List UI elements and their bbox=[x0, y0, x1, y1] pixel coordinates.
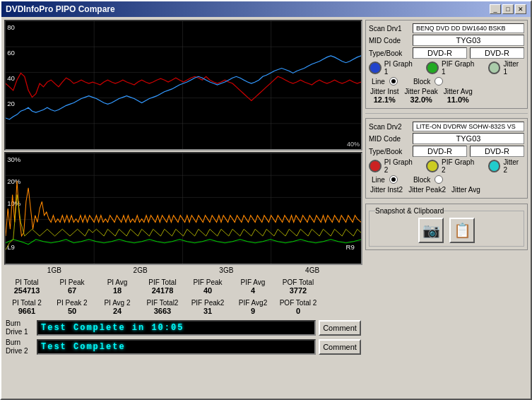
x-label-3gb: 3GB bbox=[219, 266, 233, 274]
svg-text:20%: 20% bbox=[7, 178, 20, 185]
minimize-button[interactable]: _ bbox=[490, 4, 501, 14]
pif-peak2-label: PIF Peak2 bbox=[191, 299, 225, 307]
pif-avg2-stat: PIF Avg2 9 bbox=[232, 299, 274, 315]
scan1-jitter-peak-label: Jitter Peak bbox=[405, 88, 438, 95]
burn-label-1: Burn Drive 1 bbox=[6, 319, 34, 336]
pi-total-label: PI Total bbox=[15, 278, 38, 286]
scan1-jitter-avg: Jitter Avg 11.0% bbox=[444, 88, 473, 104]
svg-text:40: 40 bbox=[7, 76, 15, 83]
scan2-midcode-row: MID Code TYG03 bbox=[369, 133, 524, 144]
pif-avg-stat: PIF Avg 4 bbox=[232, 278, 274, 295]
scan2-jitter-row: Jitter Inst2 Jitter Peak2 Jitter Avg bbox=[369, 186, 524, 194]
snapshot-section: Snapshot & Clipboard 📷 📋 bbox=[365, 204, 528, 250]
scan1-type2: DVD-R bbox=[470, 47, 524, 59]
right-panel: Scan Drv1 BENQ DVD DD DW1640 BSKB MID Co… bbox=[365, 20, 528, 399]
comment-button-1[interactable]: Comment bbox=[319, 320, 361, 336]
pi-graph2-circle bbox=[369, 160, 382, 172]
svg-text:30%: 30% bbox=[7, 156, 20, 163]
top-chart-svg: 80 60 40 20 bbox=[6, 21, 361, 149]
scan1-label: Scan Drv1 bbox=[369, 25, 410, 33]
scan1-graph-row: PI Graph 1 PIF Graph 1 Jitter 1 bbox=[369, 60, 524, 76]
scan1-jitter-inst: Jitter Inst 12.1% bbox=[370, 88, 399, 104]
scan2-block-radio[interactable] bbox=[435, 175, 443, 184]
pi-total2-stat: PI Total 2 9661 bbox=[6, 299, 48, 315]
pof-total-value: 3772 bbox=[290, 286, 307, 295]
scan1-jitter-inst-value: 12.1% bbox=[374, 95, 396, 104]
scan2-midcode-label: MID Code bbox=[369, 135, 410, 143]
burn-row-2: Burn Drive 2 Test Complete Comment bbox=[6, 339, 361, 355]
title-bar: DVDInfoPro PIPO Compare _ □ ✕ bbox=[1, 1, 531, 17]
pi-total2-label: PI Total 2 bbox=[12, 299, 42, 307]
scan2-jitter-avg: Jitter Avg bbox=[451, 186, 480, 194]
pi-peak-value: 67 bbox=[68, 286, 76, 295]
pif-peak-value: 40 bbox=[203, 286, 212, 295]
svg-text:20: 20 bbox=[7, 101, 15, 108]
jitter1-label: Jitter 1 bbox=[503, 60, 524, 76]
burn-display-1: Test Complete in 10:05 bbox=[37, 320, 316, 336]
pi-peak-stat: PI Peak 67 bbox=[51, 278, 93, 295]
bottom-chart-svg: 30% 20% 10% L9 R9 bbox=[6, 153, 361, 264]
comment-button-2[interactable]: Comment bbox=[319, 339, 361, 355]
pif-total-stat: PIF Total 24178 bbox=[141, 278, 184, 295]
pif-peak2-value: 31 bbox=[203, 307, 212, 315]
top-chart-y-label: 40% bbox=[347, 141, 360, 148]
pi-avg-label: PI Avg bbox=[107, 278, 128, 286]
pi-graph1-label: PI Graph 1 bbox=[384, 60, 418, 76]
pif-peak2-stat: PIF Peak2 31 bbox=[187, 299, 229, 315]
scan1-line-radio[interactable] bbox=[389, 77, 398, 86]
pif-total2-stat: PIF Total2 3663 bbox=[141, 299, 184, 315]
camera-button[interactable]: 📷 bbox=[418, 218, 444, 243]
scan2-drive: LITE-ON DVDRW SOHW-832S VS bbox=[413, 122, 524, 131]
scan1-jitter-inst-label: Jitter Inst bbox=[370, 88, 399, 95]
scan2-type1: DVD-R bbox=[413, 146, 467, 157]
scan1-drive: BENQ DVD DD DW1640 BSKB bbox=[413, 23, 524, 33]
pi-graph2-label: PI Graph 2 bbox=[384, 158, 418, 174]
pi-avg2-value: 24 bbox=[113, 307, 122, 315]
x-label-4gb: 4GB bbox=[305, 266, 319, 274]
camera-icon: 📷 bbox=[422, 222, 440, 239]
jitter2-circle bbox=[488, 160, 501, 172]
main-window: DVDInfoPro PIPO Compare _ □ ✕ bbox=[0, 0, 532, 400]
scan2-graph-row: PI Graph 2 PIF Graph 2 Jitter 2 bbox=[369, 158, 524, 174]
scan2-typebook-row: Type/Book DVD-R DVD-R bbox=[369, 146, 524, 157]
jitter2-label: Jitter 2 bbox=[503, 158, 524, 174]
pi-avg2-stat: PI Avg 2 24 bbox=[96, 299, 138, 315]
stats-row-2: PI Total 2 9661 PI Peak 2 50 PI Avg 2 24… bbox=[4, 298, 362, 317]
scan1-jitter-row: Jitter Inst 12.1% Jitter Peak 32.0% Jitt… bbox=[369, 88, 524, 104]
scan1-jitter-avg-value: 11.0% bbox=[447, 95, 469, 104]
left-panel: 80 60 40 20 40% bbox=[4, 20, 362, 399]
pof-total2-label: POF Total 2 bbox=[280, 299, 317, 307]
scan1-midcode-row: MID Code TYG03 bbox=[369, 35, 524, 46]
pif-peak-stat: PIF Peak 40 bbox=[187, 278, 229, 295]
close-button[interactable]: ✕ bbox=[515, 4, 526, 14]
clipboard-button[interactable]: 📋 bbox=[449, 218, 475, 243]
burn-section: Burn Drive 1 Test Complete in 10:05 Comm… bbox=[4, 318, 362, 357]
pif-total-value: 24178 bbox=[152, 286, 174, 295]
bottom-chart: 30% 20% 10% L9 R9 bbox=[4, 152, 362, 265]
pif-graph1-label: PIF Graph 1 bbox=[442, 60, 480, 76]
maximize-button[interactable]: □ bbox=[502, 4, 514, 14]
burn-text-2: Test Complete bbox=[41, 342, 126, 352]
pif-avg-value: 4 bbox=[251, 286, 255, 295]
content-area: 80 60 40 20 40% bbox=[1, 17, 531, 400]
scan2-jitter-inst-label: Jitter Inst2 bbox=[370, 186, 403, 194]
pif-avg2-value: 9 bbox=[251, 307, 255, 315]
scan1-block-radio[interactable] bbox=[435, 77, 443, 86]
burn-display-2: Test Complete bbox=[37, 339, 316, 355]
scan1-jitter-peak-value: 32.0% bbox=[410, 95, 432, 104]
scan2-line-radio[interactable] bbox=[389, 175, 398, 184]
scan1-line-label: Line bbox=[372, 78, 385, 86]
clipboard-icon: 📋 bbox=[454, 222, 471, 239]
window-title: DVDInfoPro PIPO Compare bbox=[6, 4, 115, 14]
scan2-line-block-row: Line Block bbox=[369, 175, 524, 184]
scan2-line-label: Line bbox=[372, 176, 385, 184]
scan2-line-text: Line bbox=[372, 176, 385, 184]
x-label-2gb: 2GB bbox=[134, 266, 148, 274]
pof-total2-value: 0 bbox=[296, 307, 300, 315]
top-chart: 80 60 40 20 40% bbox=[4, 20, 362, 151]
scan1-midcode: TYG03 bbox=[413, 35, 524, 46]
scan2-label: Scan Drv2 bbox=[369, 123, 410, 131]
burn-label-2: Burn Drive 2 bbox=[6, 339, 34, 355]
scan2-type2: DVD-R bbox=[470, 146, 524, 157]
scan1-line-text: Line bbox=[372, 78, 385, 86]
